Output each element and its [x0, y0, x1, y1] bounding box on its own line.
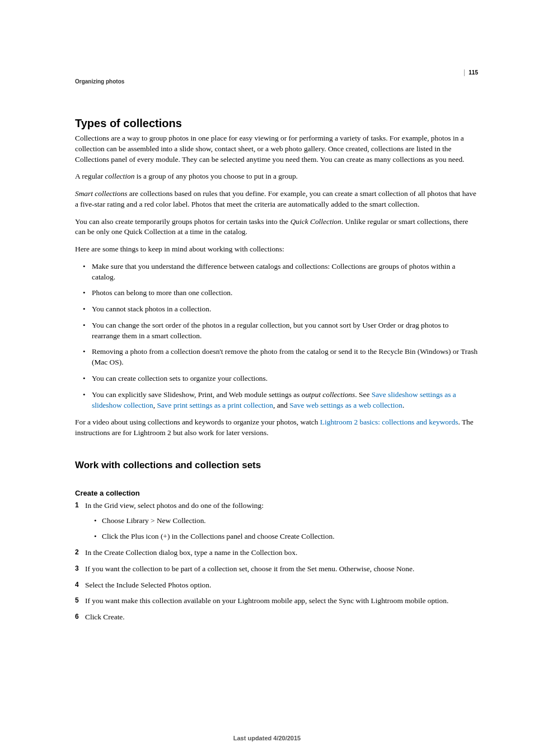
step-item: In the Grid view, select photos and do o… — [75, 501, 478, 542]
bullet-item: You can create collection sets to organi… — [75, 374, 478, 384]
text: In the Grid view, select photos and do o… — [85, 501, 264, 510]
italic-term: Smart collections — [75, 189, 127, 198]
link-save-print[interactable]: Save print settings as a print collectio… — [157, 401, 273, 409]
link-video-lightroom[interactable]: Lightroom 2 basics: collections and keyw… — [320, 418, 458, 426]
body-paragraph: Here are some things to keep in mind abo… — [75, 244, 478, 255]
bullet-list: Make sure that you understand the differ… — [75, 262, 478, 410]
step-item: Click Create. — [75, 612, 478, 623]
bullet-item: You can change the sort order of the pho… — [75, 320, 478, 342]
body-paragraph: A regular collection is a group of any p… — [75, 171, 478, 182]
text: , and — [273, 401, 289, 409]
text: For a video about using collections and … — [75, 418, 320, 426]
text: are collections based on rules that you … — [75, 189, 476, 208]
text: . See — [355, 390, 371, 399]
text: You can also create temporarily groups p… — [75, 217, 291, 226]
body-paragraph: You can also create temporarily groups p… — [75, 217, 478, 238]
body-paragraph: Smart collections are collections based … — [75, 189, 478, 210]
bullet-item: You can explicitly save Slideshow, Print… — [75, 390, 478, 411]
bullet-item: Photos can belong to more than one colle… — [75, 288, 478, 298]
body-paragraph: Collections are a way to group photos in… — [75, 133, 478, 165]
text: You can explicitly save Slideshow, Print… — [92, 390, 302, 399]
text: A regular — [75, 172, 105, 180]
sub-bullet: Click the Plus icon (+) in the Collectio… — [85, 531, 478, 542]
heading-create-collection: Create a collection — [75, 489, 478, 497]
sub-bullet: Choose Library > New Collection. — [85, 516, 478, 526]
page-number: 115 — [464, 69, 478, 76]
body-paragraph: For a video about using collections and … — [75, 417, 478, 438]
italic-term: output collections — [302, 390, 355, 399]
heading-work-collections: Work with collections and collection set… — [75, 460, 478, 471]
step-item: Select the Include Selected Photos optio… — [75, 580, 478, 591]
bullet-item: Removing a photo from a collection doesn… — [75, 347, 478, 368]
italic-term: collection — [105, 172, 135, 180]
italic-term: Quick Collection — [291, 217, 341, 226]
step-item: If you want the collection to be part of… — [75, 564, 478, 575]
link-save-web[interactable]: Save web settings as a web collection — [289, 401, 402, 409]
text: is a group of any photos you choose to p… — [134, 172, 298, 180]
step-list: In the Grid view, select photos and do o… — [75, 501, 478, 623]
bullet-item: Make sure that you understand the differ… — [75, 262, 478, 283]
step-item: If you want make this collection availab… — [75, 596, 478, 606]
section-header: Organizing photos — [75, 78, 478, 85]
step-item: In the Create Collection dialog box, typ… — [75, 548, 478, 558]
text: . — [402, 401, 404, 409]
footer-last-updated: Last updated 4/20/2015 — [0, 735, 534, 741]
heading-types-of-collections: Types of collections — [75, 117, 478, 130]
bullet-item: You cannot stack photos in a collection. — [75, 304, 478, 315]
